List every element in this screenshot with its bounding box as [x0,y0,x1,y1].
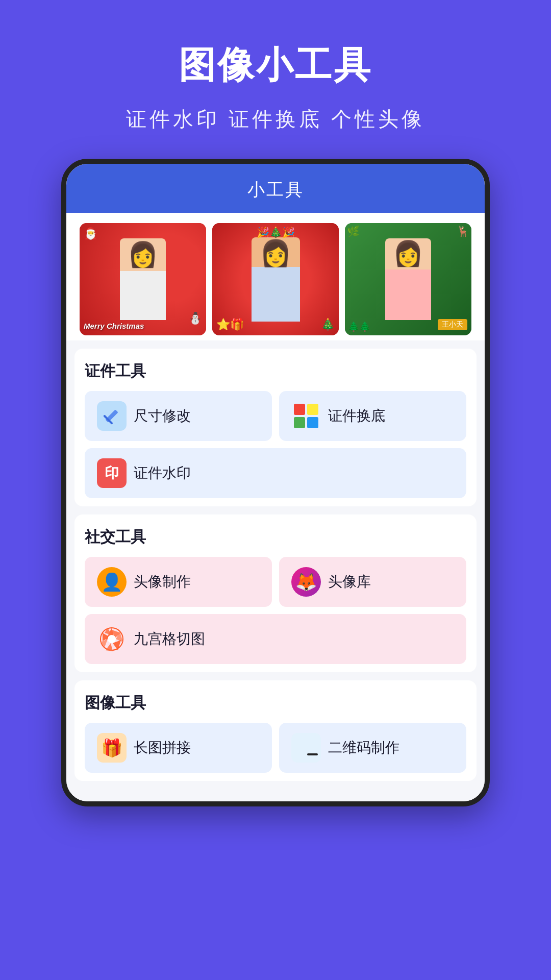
svg-rect-5 [307,417,318,428]
phone-header-title: 小工具 [247,180,304,199]
bg-change-tool-button[interactable]: 证件换底 [279,391,466,441]
image-tools-grid: 🎁 长图拼接 二维码制作 [85,723,466,773]
hero-section: 图像小工具 证件水印 证件换底 个性头像 小工具 🎅 👩 ⛄ Merry [0,0,551,827]
qrcode-icon [291,733,321,763]
phone-content: 🎅 👩 ⛄ Merry Christmas 🎉🎄🎉 👩 ⭐🎁 🎄 [66,213,485,801]
banner-img-3[interactable]: 🦌 🌿 👩 🌲🌲 王小天 [345,223,471,335]
bg-change-tool-label: 证件换底 [328,406,385,426]
ruler-icon [97,401,127,431]
nine-grid-tool-label: 九宫格切图 [134,629,205,649]
banner-img-2[interactable]: 🎉🎄🎉 👩 ⭐🎁 🎄 [212,223,339,335]
stitch-tool-label: 长图拼接 [134,738,191,757]
avatar-icon: 👤 [97,567,127,597]
cert-tools-grid: 尺寸修改 证件换底 [85,391,466,498]
svg-rect-0 [105,409,118,422]
avatar-lib-icon: 🦊 [291,567,321,597]
banner-img-1[interactable]: 🎅 👩 ⛄ Merry Christmas [80,223,206,335]
cert-tools-title: 证件工具 [85,361,466,382]
social-tools-section: 社交工具 👤 头像制作 🦊 头像库 [74,514,477,672]
resize-tool-label: 尺寸修改 [134,406,191,426]
svg-rect-2 [294,404,305,415]
watermark-tool-button[interactable]: 印 证件水印 [85,448,466,498]
avatar-make-tool-button[interactable]: 👤 头像制作 [85,557,272,607]
image-tools-title: 图像工具 [85,693,466,714]
phone-frame: 小工具 🎅 👩 ⛄ Merry Christmas [61,159,490,806]
snowman-decoration: ⛄ [188,312,202,325]
santa-decoration: 🎅 [84,227,97,240]
svg-rect-3 [307,404,318,415]
resize-tool-button[interactable]: 尺寸修改 [85,391,272,441]
cert-tools-section: 证件工具 尺寸修改 [74,349,477,506]
avatar-lib-tool-button[interactable]: 🦊 头像库 [279,557,466,607]
name-label: 王小天 [438,319,467,330]
nine-grid-tool-button[interactable]: 九宫格切图 [85,614,466,664]
stamp-icon: 印 [97,458,127,488]
bottom-spacer [66,781,485,786]
nine-grid-icon [97,624,127,654]
social-tools-grid: 👤 头像制作 🦊 头像库 [85,557,466,664]
watermark-tool-label: 证件水印 [134,463,191,483]
girl-figure-1: 👩 [80,223,206,335]
qrcode-tool-label: 二维码制作 [328,738,399,757]
avatar-lib-tool-label: 头像库 [328,572,371,592]
phone-header: 小工具 [66,164,485,213]
colorful-icon [291,401,321,431]
svg-point-7 [108,635,116,643]
hero-title: 图像小工具 [179,41,372,90]
stitch-icon: 🎁 [97,733,127,763]
christmas-text: Merry Christmas [84,322,144,330]
social-tools-title: 社交工具 [85,527,466,548]
svg-rect-4 [294,417,305,428]
avatar-make-tool-label: 头像制作 [134,572,191,592]
image-tools-section: 图像工具 🎁 长图拼接 [74,680,477,781]
hero-subtitle: 证件水印 证件换底 个性头像 [126,105,425,133]
banner-row: 🎅 👩 ⛄ Merry Christmas 🎉🎄🎉 👩 ⭐🎁 🎄 [66,213,485,340]
qrcode-tool-button[interactable]: 二维码制作 [279,723,466,773]
stitch-tool-button[interactable]: 🎁 长图拼接 [85,723,272,773]
